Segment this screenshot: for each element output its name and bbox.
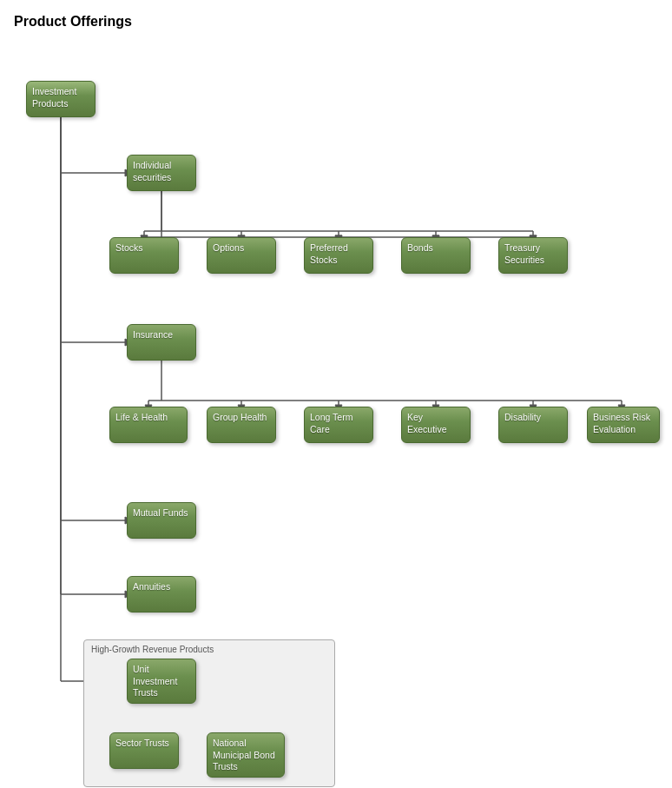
node-key-executive: Key Executive — [401, 407, 471, 443]
diagram: High-Growth Revenue Products Investment … — [14, 42, 665, 771]
node-sector-trusts: Sector Trusts — [109, 732, 179, 769]
node-annuities: Annuities — [127, 576, 196, 613]
node-national-municipal: National Municipal Bond Trusts — [207, 732, 285, 778]
node-unit-investment-trusts: Unit Investment Trusts — [127, 659, 196, 704]
node-investment-products: Investment Products — [26, 81, 96, 117]
page-title: Product Offerings — [14, 14, 658, 30]
node-options: Options — [207, 237, 276, 274]
node-stocks: Stocks — [109, 237, 179, 274]
node-long-term-care: Long Term Care — [304, 407, 373, 443]
node-business-risk: Business Risk Evaluation — [587, 407, 660, 443]
group-label: High-Growth Revenue Products — [91, 645, 214, 654]
node-mutual-funds: Mutual Funds — [127, 502, 196, 539]
node-individual-securities: Individual securities — [127, 155, 196, 191]
node-disability: Disability — [498, 407, 568, 443]
node-group-health: Group Health — [207, 407, 276, 443]
node-preferred-stocks: Preferred Stocks — [304, 237, 373, 274]
node-insurance: Insurance — [127, 324, 196, 361]
node-treasury-securities: Treasury Securities — [498, 237, 568, 274]
node-life-health: Life & Health — [109, 407, 188, 443]
node-bonds: Bonds — [401, 237, 471, 274]
